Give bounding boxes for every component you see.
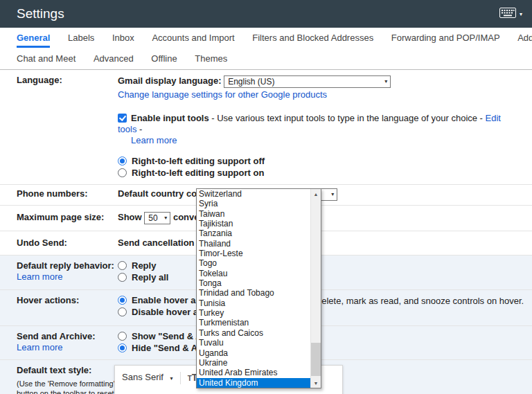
tab-inbox[interactable]: Inbox bbox=[112, 28, 134, 48]
tab-add-ons[interactable]: Add-ons bbox=[517, 28, 532, 48]
scroll-up-icon[interactable]: ▲ bbox=[311, 189, 321, 199]
show-send-archive-radio[interactable] bbox=[118, 332, 127, 341]
input-tools-dash: - bbox=[136, 124, 142, 134]
toolbar-divider bbox=[180, 372, 181, 384]
dropdown-option[interactable]: Turks and Caicos bbox=[197, 328, 310, 338]
maximum-page-size-row-label: Maximum page size: bbox=[17, 212, 118, 226]
dropdown-scrollbar[interactable]: ▲ ▼ bbox=[310, 189, 321, 388]
dropdown-option[interactable]: Tokelau bbox=[197, 269, 310, 278]
reply-all-label: Reply all bbox=[132, 272, 168, 283]
chevron-down-icon: ▾ bbox=[384, 75, 387, 88]
reply-learn-more-link[interactable]: Learn more bbox=[17, 271, 62, 282]
settings-header: Settings ▾ bbox=[0, 0, 532, 28]
font-family-picker[interactable]: Sans Serif ▾ bbox=[122, 372, 173, 384]
input-tools-description: - Use various text input tools to type i… bbox=[209, 113, 486, 123]
dropdown-option[interactable]: Syria bbox=[197, 199, 310, 208]
country-dropdown-list: Switzerland Syria Taiwan Tajikistan Tanz… bbox=[196, 188, 321, 388]
tab-offline[interactable]: Offline bbox=[151, 48, 177, 69]
language-row-label: Language: bbox=[17, 75, 118, 179]
scrollbar-thumb[interactable] bbox=[311, 343, 321, 376]
disable-hover-actions-radio[interactable] bbox=[118, 307, 127, 316]
hide-send-archive-radio[interactable] bbox=[118, 343, 127, 352]
dropdown-option[interactable]: Tunisia bbox=[197, 298, 310, 308]
rtl-off-radio[interactable] bbox=[118, 156, 127, 165]
dropdown-option[interactable]: Taiwan bbox=[197, 209, 310, 219]
tab-accounts-and-import[interactable]: Accounts and Import bbox=[152, 28, 234, 48]
enable-hover-actions-radio[interactable] bbox=[118, 296, 127, 305]
dropdown-option-selected[interactable]: United Kingdom bbox=[197, 378, 310, 388]
page-title: Settings bbox=[17, 6, 499, 21]
hover-actions-description-tail: delete, mark as read, and snooze control… bbox=[317, 296, 524, 306]
reply-label: Reply bbox=[132, 260, 156, 271]
tab-filters-and-blocked-addresses[interactable]: Filters and Blocked Addresses bbox=[252, 28, 373, 48]
font-family-value: Sans Serif bbox=[122, 372, 163, 382]
country-dropdown-options: Switzerland Syria Taiwan Tajikistan Tanz… bbox=[197, 189, 310, 388]
dropdown-option[interactable]: Tonga bbox=[197, 278, 310, 288]
scroll-down-icon[interactable]: ▼ bbox=[311, 378, 321, 388]
rtl-off-label: Right-to-left editing support off bbox=[132, 156, 265, 166]
display-language-value: English (US) bbox=[228, 75, 274, 88]
hover-actions-row-label: Hover actions: bbox=[17, 295, 118, 321]
tab-chat-and-meet[interactable]: Chat and Meet bbox=[17, 48, 76, 69]
dropdown-option[interactable]: Trinidad and Tobago bbox=[197, 288, 310, 298]
page-size-select[interactable]: 50 ▾ bbox=[144, 212, 170, 224]
chevron-down-icon: ▾ bbox=[331, 189, 334, 200]
chevron-down-icon: ▾ bbox=[164, 213, 167, 224]
settings-tabs: General Labels Inbox Accounts and Import… bbox=[0, 28, 532, 70]
tabs-row-2: Chat and Meet Advanced Offline Themes bbox=[17, 48, 515, 69]
dropdown-option[interactable]: United Arab Emirates bbox=[197, 368, 310, 377]
display-language-select[interactable]: English (US) ▾ bbox=[224, 75, 391, 88]
display-language-label: Gmail display language: bbox=[118, 75, 222, 86]
reply-radio[interactable] bbox=[118, 261, 127, 270]
dropdown-option[interactable]: Turkmenistan bbox=[197, 318, 310, 328]
dropdown-option[interactable]: Thailand bbox=[197, 239, 310, 249]
dropdown-option[interactable]: Tajikistan bbox=[197, 219, 310, 229]
undo-send-row-label: Undo Send: bbox=[17, 238, 118, 250]
show-label: Show bbox=[118, 212, 142, 222]
phone-numbers-row-label: Phone numbers: bbox=[17, 188, 118, 202]
send-archive-learn-more-link[interactable]: Learn more bbox=[17, 342, 62, 352]
input-tools-learn-more-link[interactable]: Learn more bbox=[131, 135, 177, 145]
change-language-settings-link[interactable]: Change language settings for other Googl… bbox=[118, 89, 327, 100]
dropdown-option[interactable]: Uganda bbox=[197, 348, 310, 358]
chevron-down-icon: ▾ bbox=[170, 375, 173, 382]
enable-input-tools-label: Enable input tools bbox=[131, 113, 209, 123]
keyboard-caret-down-icon[interactable]: ▾ bbox=[520, 11, 522, 17]
tab-general[interactable]: General bbox=[17, 28, 50, 48]
send-and-archive-row-label: Send and Archive: bbox=[17, 331, 118, 342]
default-reply-behavior-row-label: Default reply behavior: bbox=[17, 260, 118, 271]
default-text-style-note: (Use the 'Remove formatting' button on t… bbox=[17, 379, 118, 394]
dropdown-option[interactable]: Switzerland bbox=[197, 189, 310, 199]
dropdown-option[interactable]: Turkey bbox=[197, 308, 310, 318]
dropdown-option[interactable]: Tanzania bbox=[197, 229, 310, 238]
page-size-value: 50 bbox=[148, 213, 157, 224]
tab-forwarding-and-pop-imap[interactable]: Forwarding and POP/IMAP bbox=[391, 28, 500, 48]
dropdown-option[interactable]: Togo bbox=[197, 258, 310, 268]
tab-advanced[interactable]: Advanced bbox=[94, 48, 134, 69]
dropdown-option[interactable]: Timor-Leste bbox=[197, 249, 310, 258]
tabs-row-1: General Labels Inbox Accounts and Import… bbox=[17, 28, 515, 48]
rtl-on-label: Right-to-left editing support on bbox=[132, 168, 264, 178]
language-row: Language: Gmail display language: Englis… bbox=[0, 70, 532, 185]
dropdown-option[interactable]: Ukraine bbox=[197, 358, 310, 368]
keyboard-icon[interactable] bbox=[499, 8, 516, 20]
input-method-control[interactable]: ▾ bbox=[499, 8, 522, 20]
default-text-style-row-label: Default text style: bbox=[17, 365, 118, 376]
tab-themes[interactable]: Themes bbox=[195, 48, 227, 69]
reply-all-radio[interactable] bbox=[118, 273, 127, 282]
dropdown-option[interactable]: Tuvalu bbox=[197, 338, 310, 348]
enable-input-tools-checkbox[interactable] bbox=[118, 114, 127, 123]
rtl-on-radio[interactable] bbox=[118, 168, 127, 177]
tab-labels[interactable]: Labels bbox=[68, 28, 94, 48]
